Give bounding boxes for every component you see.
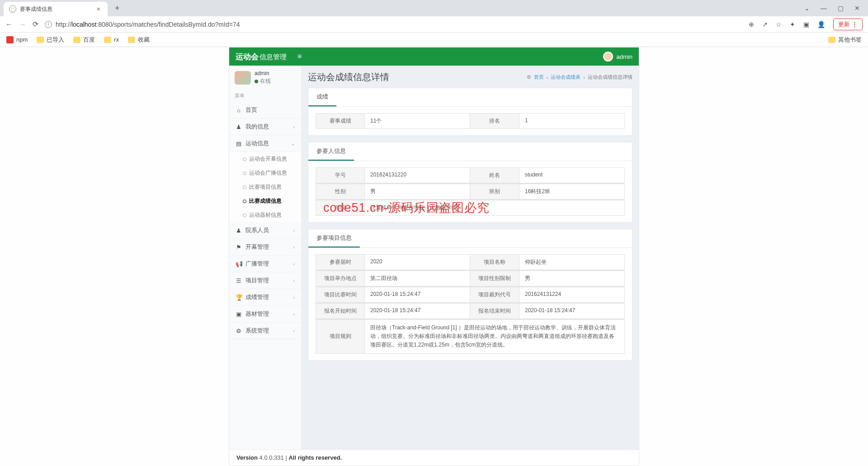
sidebar-item-opening[interactable]: ⚑开幕管理‹ — [229, 239, 301, 256]
user-avatar — [235, 71, 251, 85]
sidebar-item-home[interactable]: ⌂首页 — [229, 102, 301, 119]
event-regstart-value: 2020-01-18 15:24:47 — [364, 303, 470, 319]
bookmark-imported[interactable]: 已导入 — [37, 36, 64, 44]
circle-icon — [243, 200, 246, 203]
event-venue-value: 第二田径场 — [364, 271, 470, 286]
bookmark-icon[interactable]: ☆ — [776, 21, 782, 28]
megaphone-icon: 📢 — [236, 261, 242, 267]
avatar-icon — [603, 52, 613, 62]
new-tab-button[interactable]: + — [112, 4, 123, 13]
player-college-value: 计算机科学与软件学院（大数据学院） — [364, 200, 625, 216]
user-status: 在线 — [255, 77, 271, 85]
tab-player[interactable]: 参赛人信息 — [308, 143, 354, 161]
chevron-left-icon: ‹ — [293, 245, 295, 250]
bookmark-baidu[interactable]: 百度 — [73, 36, 95, 44]
submenu-result[interactable]: 比赛成绩信息 — [229, 194, 301, 208]
chart-icon: ▤ — [236, 140, 242, 147]
panel-score: 成绩 赛事成绩11个 排名1 — [308, 88, 632, 136]
box-icon: ▣ — [236, 311, 242, 318]
sidebar-item-myinfo[interactable]: ♟我的信息‹ — [229, 119, 301, 135]
back-button[interactable]: ← — [5, 20, 13, 29]
share-icon[interactable]: ↗ — [762, 21, 768, 28]
window-close-icon[interactable]: ✕ — [854, 5, 860, 12]
bookmark-rx[interactable]: rx — [104, 36, 119, 43]
sidebar-item-score[interactable]: 🏆成绩管理‹ — [229, 289, 301, 306]
panel-event: 参赛项目信息 参赛届时2020 项目名称仰卧起坐 项目举办地点第二田径场 项目性… — [308, 229, 632, 361]
submenu-equip[interactable]: 运动器材信息 — [229, 208, 301, 222]
folder-icon — [37, 37, 44, 43]
chevron-left-icon: ‹ — [293, 278, 295, 283]
info-icon[interactable]: i — [45, 21, 52, 28]
submenu-opening[interactable]: 运动会开幕信息 — [229, 152, 301, 166]
user-panel: admin 在线 — [229, 66, 301, 90]
maximize-icon[interactable]: ▢ — [838, 5, 844, 12]
sidebar-item-equipment[interactable]: ▣器材管理‹ — [229, 306, 301, 323]
app-body: admin 在线 菜单 ⌂首页 ♟我的信息‹ ▤运动信息⌄ 运动会开幕信息 运动… — [229, 66, 639, 449]
version-value: 4.0.0.331 — [259, 454, 284, 461]
panel-player: 参赛人信息 学号201624131220 姓名student 性别男 班别16科… — [308, 142, 632, 223]
toolbar-icons: ⊕ ↗ ☆ ✦ ▣ 👤 更新 ⋮ — [749, 19, 863, 30]
bookmark-fav[interactable]: 收藏 — [128, 36, 150, 44]
event-regend-label: 报名结束时间 — [470, 303, 519, 319]
score-rank-value: 1 — [519, 113, 625, 129]
chevron-down-icon: ⌄ — [291, 141, 295, 146]
app-container: 运动会信息管理 ≡ admin admin 在线 菜单 ⌂首页 ♟我的信息‹ ▤… — [229, 47, 639, 466]
breadcrumb: ⚙ 首页 › 运动会成绩表 › 运动会成绩信息详情 — [527, 74, 632, 81]
circle-icon — [243, 171, 246, 175]
browser-tabs: ◌ 赛事成绩信息 × + ⌄ — ▢ ✕ — [0, 0, 868, 16]
event-gender-label: 项目性别限制 — [470, 271, 519, 286]
bookmark-npm[interactable]: npm — [6, 36, 28, 43]
reload-button[interactable]: ⟳ — [33, 20, 38, 29]
tab-score[interactable]: 成绩 — [308, 88, 336, 106]
tab-title: 赛事成绩信息 — [20, 5, 95, 13]
app-logo[interactable]: 运动会信息管理 — [236, 52, 287, 62]
close-icon[interactable]: × — [95, 5, 102, 13]
sidebar-item-broadcast[interactable]: 📢广播管理‹ — [229, 256, 301, 272]
other-bookmarks[interactable]: 其他书签 — [828, 36, 862, 44]
sidebar-item-system[interactable]: ⚙系统管理‹ — [229, 323, 301, 339]
event-judge-label: 项目裁判代号 — [470, 287, 519, 303]
folder-icon — [828, 37, 835, 43]
bc-home[interactable]: 首页 — [534, 74, 544, 81]
event-regstart-label: 报名开始时间 — [316, 303, 364, 319]
sidepanel-icon[interactable]: ▣ — [803, 21, 809, 28]
event-time-label: 项目比赛时间 — [316, 287, 364, 303]
chevron-left-icon: ‹ — [293, 328, 295, 333]
extensions-icon[interactable]: ✦ — [790, 21, 795, 28]
header-user[interactable]: admin — [603, 52, 632, 62]
browser-tab[interactable]: ◌ 赛事成绩信息 × — [4, 2, 108, 16]
update-button[interactable]: 更新 ⋮ — [833, 19, 863, 30]
trophy-icon: 🏆 — [236, 294, 242, 301]
event-regend-value: 2020-01-18 15:24:47 — [519, 303, 625, 319]
npm-icon — [6, 36, 14, 43]
forward-button[interactable]: → — [19, 20, 26, 29]
event-gender-value: 男 — [519, 271, 625, 286]
menu-header: 菜单 — [229, 90, 301, 102]
bc-list[interactable]: 运动会成绩表 — [551, 74, 580, 81]
dropdown-icon[interactable]: ⌄ — [804, 5, 810, 12]
player-name-value: student — [519, 167, 625, 183]
main-content: code51.cn-源码乐园盗图必究 运动会成绩信息详情 ⚙ 首页 › 运动会成… — [302, 66, 639, 449]
page-title: 运动会成绩信息详情 — [308, 71, 389, 83]
submenu-event[interactable]: 比赛项目信息 — [229, 180, 301, 194]
circle-icon — [243, 185, 246, 189]
address-bar[interactable]: i http://localhost:8080/sports/matches/f… — [45, 21, 742, 28]
sidebar-item-sportinfo[interactable]: ▤运动信息⌄ — [229, 135, 301, 152]
profile-icon[interactable]: 👤 — [817, 21, 825, 28]
search-icon[interactable]: ⊕ — [749, 21, 754, 28]
url-text: http://localhost:8080/sports/matches/fin… — [56, 21, 240, 28]
users-icon: ♟ — [236, 227, 242, 234]
bookmarks-bar: npm 已导入 百度 rx 收藏 其他书签 — [0, 33, 868, 47]
submenu-broadcast[interactable]: 运动会广播信息 — [229, 166, 301, 180]
tab-event[interactable]: 参赛项目信息 — [308, 229, 360, 247]
circle-icon — [243, 157, 246, 161]
score-result-label: 赛事成绩 — [316, 113, 364, 129]
sidebar-item-staff[interactable]: ♟院系人员‹ — [229, 222, 301, 239]
event-time-value: 2020-01-18 15:24:47 — [364, 287, 470, 303]
version-label: Version — [236, 454, 258, 461]
event-name-label: 项目名称 — [470, 254, 519, 270]
minimize-icon[interactable]: — — [821, 5, 827, 12]
menu-toggle-icon[interactable]: ≡ — [297, 52, 302, 61]
sidebar-item-project[interactable]: ☰项目管理‹ — [229, 272, 301, 289]
player-class-label: 班别 — [470, 184, 519, 200]
